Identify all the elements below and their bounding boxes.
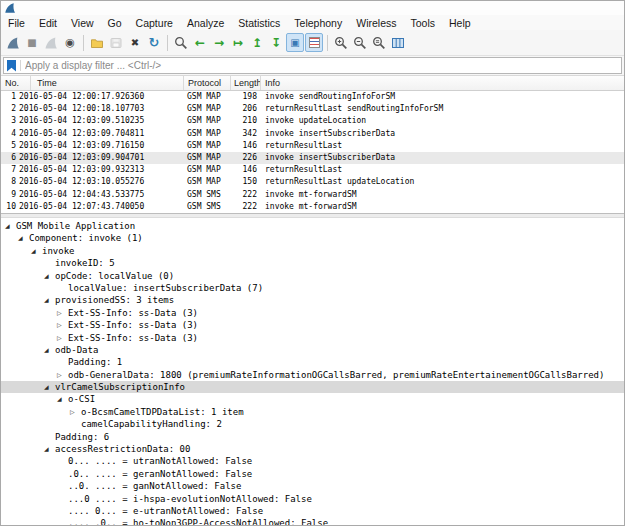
menu-telephony[interactable]: Telephony xyxy=(287,17,349,29)
capture-start-button[interactable] xyxy=(4,33,22,52)
expander-icon[interactable] xyxy=(70,418,81,430)
menu-capture[interactable]: Capture xyxy=(129,17,180,29)
tree-item[interactable]: .0.. .... = geranNotAllowed: False xyxy=(1,468,624,480)
packet-row[interactable]: 12016-05-04 12:00:17.926360GSM MAP198inv… xyxy=(1,91,624,103)
menu-view[interactable]: View xyxy=(64,17,101,29)
expander-icon[interactable]: ◢ xyxy=(44,443,55,455)
tree-item[interactable]: ▷odb-GeneralData: 1800 (premiumRateInfor… xyxy=(1,369,624,381)
tree-item-selected[interactable]: ◢vlrCamelSubscriptionInfo xyxy=(1,381,624,393)
go-forward-button[interactable]: → xyxy=(210,33,228,52)
tree-item-label: ..0. .... = ganNotAllowed: False xyxy=(68,480,241,492)
go-to-packet-button[interactable]: ↦ xyxy=(229,33,247,52)
packet-row[interactable]: 52016-05-04 12:03:09.716150GSM MAP146ret… xyxy=(1,140,624,152)
expander-icon[interactable]: ◢ xyxy=(44,344,55,356)
tree-item[interactable]: camelCapabilityHandling: 2 xyxy=(1,418,624,430)
expander-icon[interactable] xyxy=(44,257,55,269)
col-header-info[interactable]: Info xyxy=(261,76,624,90)
tree-item[interactable]: ◢GSM Mobile Application xyxy=(1,220,624,232)
expander-icon[interactable]: ◢ xyxy=(31,245,42,257)
tree-item-label: ...0 .... = i-hspa-evolutionNotAllowed: … xyxy=(68,493,312,505)
tree-item[interactable]: Padding: 1 xyxy=(1,356,624,368)
close-file-button[interactable]: ✖ xyxy=(126,33,144,52)
col-header-time[interactable]: Time xyxy=(31,76,184,90)
menu-edit[interactable]: Edit xyxy=(32,17,64,29)
tree-item[interactable]: ◢accessRestrictionData: 00 xyxy=(1,443,624,455)
tree-item[interactable]: ◢provisionedSS: 3 items xyxy=(1,294,624,306)
capture-options-button[interactable]: ◉ xyxy=(61,33,79,52)
save-file-button[interactable] xyxy=(107,33,125,52)
capture-stop-button[interactable]: ■ xyxy=(23,33,41,52)
display-filter-input[interactable] xyxy=(25,60,618,71)
tree-item[interactable]: ▷Ext-SS-Info: ss-Data (3) xyxy=(1,319,624,331)
tree-item[interactable]: .... 0... = e-utranNotAllowed: False xyxy=(1,505,624,517)
find-packet-button[interactable] xyxy=(172,33,190,52)
open-file-button[interactable] xyxy=(88,33,106,52)
menu-analyze[interactable]: Analyze xyxy=(180,17,231,29)
go-back-button[interactable]: ← xyxy=(191,33,209,52)
menu-help[interactable]: Help xyxy=(442,17,478,29)
expander-icon[interactable] xyxy=(57,493,68,505)
expander-icon[interactable]: ◢ xyxy=(5,220,16,232)
expander-icon[interactable]: ▷ xyxy=(57,319,68,331)
expander-icon[interactable] xyxy=(44,431,55,443)
zoom-original-button[interactable] xyxy=(370,33,388,52)
zoom-in-button[interactable] xyxy=(332,33,350,52)
tree-item[interactable]: ◢o-CSI xyxy=(1,393,624,405)
go-bottom-button[interactable]: ↧ xyxy=(267,33,285,52)
tree-item[interactable]: ▷o-BcsmCamelTDPDataList: 1 item xyxy=(1,406,624,418)
menu-statistics[interactable]: Statistics xyxy=(231,17,287,29)
zoom-out-button[interactable] xyxy=(351,33,369,52)
expander-icon[interactable]: ▷ xyxy=(57,369,68,381)
expander-icon[interactable]: ◢ xyxy=(44,381,55,393)
packet-row-selected[interactable]: 62016-05-04 12:03:09.904701GSM MAP226inv… xyxy=(1,152,624,164)
expander-icon[interactable] xyxy=(57,356,68,368)
tree-item[interactable]: .... .0.. = ho-toNon3GPP-AccessNotAllowe… xyxy=(1,517,624,526)
tree-item[interactable]: ◢odb-Data xyxy=(1,344,624,356)
tree-item[interactable]: 0... .... = utranNotAllowed: False xyxy=(1,455,624,467)
expander-icon[interactable]: ▷ xyxy=(70,406,81,418)
packet-row[interactable]: 82016-05-04 12:03:10.055276GSM MAP150ret… xyxy=(1,176,624,188)
expander-icon[interactable]: ◢ xyxy=(44,270,55,282)
expander-icon[interactable] xyxy=(57,468,68,480)
auto-scroll-toggle[interactable]: ▣ xyxy=(286,33,304,52)
tree-item[interactable]: ◢invoke xyxy=(1,245,624,257)
expander-icon[interactable]: ◢ xyxy=(44,294,55,306)
tree-item[interactable]: localValue: insertSubscriberData (7) xyxy=(1,282,624,294)
bookmark-icon[interactable] xyxy=(7,60,16,72)
expander-icon[interactable]: ◢ xyxy=(18,232,29,244)
expander-icon[interactable] xyxy=(57,455,68,467)
go-top-button[interactable]: ↥ xyxy=(248,33,266,52)
col-header-length[interactable]: Length xyxy=(231,76,261,90)
col-header-no[interactable]: No. xyxy=(1,76,31,90)
packet-row[interactable]: 92016-05-04 12:04:43.533775GSM SMS222inv… xyxy=(1,189,624,201)
colorize-toggle[interactable] xyxy=(305,33,323,52)
tree-item[interactable]: ▷Ext-SS-Info: ss-Data (3) xyxy=(1,307,624,319)
expander-icon[interactable]: ◢ xyxy=(57,393,68,405)
expander-icon[interactable]: ▷ xyxy=(57,307,68,319)
packet-row[interactable]: 102016-05-04 12:07:43.740050GSM SMS222in… xyxy=(1,201,624,213)
packet-row[interactable]: 22016-05-04 12:00:18.107703GSM MAP206ret… xyxy=(1,103,624,115)
menu-tools[interactable]: Tools xyxy=(403,17,442,29)
expander-icon[interactable] xyxy=(57,517,68,526)
expander-icon[interactable] xyxy=(57,480,68,492)
expander-icon[interactable]: ▷ xyxy=(57,332,68,344)
tree-item[interactable]: ...0 .... = i-hspa-evolutionNotAllowed: … xyxy=(1,493,624,505)
menu-go[interactable]: Go xyxy=(101,17,129,29)
tree-item[interactable]: invokeID: 5 xyxy=(1,257,624,269)
packet-row[interactable]: 72016-05-04 12:03:09.932313GSM MAP146ret… xyxy=(1,164,624,176)
tree-item[interactable]: ◢Component: invoke (1) xyxy=(1,232,624,244)
col-header-protocol[interactable]: Protocol xyxy=(184,76,231,90)
expander-icon[interactable] xyxy=(57,505,68,517)
tree-item[interactable]: ▷Ext-SS-Info: ss-Data (3) xyxy=(1,332,624,344)
reload-button[interactable]: ↻ xyxy=(145,33,163,52)
packet-row[interactable]: 32016-05-04 12:03:09.510235GSM MAP210inv… xyxy=(1,115,624,127)
tree-item[interactable]: ◢opCode: localValue (0) xyxy=(1,270,624,282)
capture-restart-button[interactable] xyxy=(42,33,60,52)
tree-item[interactable]: Padding: 6 xyxy=(1,431,624,443)
packet-row[interactable]: 42016-05-04 12:03:09.704811GSM MAP342inv… xyxy=(1,128,624,140)
resize-columns-button[interactable] xyxy=(389,33,407,52)
menu-file[interactable]: File xyxy=(1,17,32,29)
menu-wireless[interactable]: Wireless xyxy=(349,17,403,29)
expander-icon[interactable] xyxy=(57,282,68,294)
tree-item[interactable]: ..0. .... = ganNotAllowed: False xyxy=(1,480,624,492)
